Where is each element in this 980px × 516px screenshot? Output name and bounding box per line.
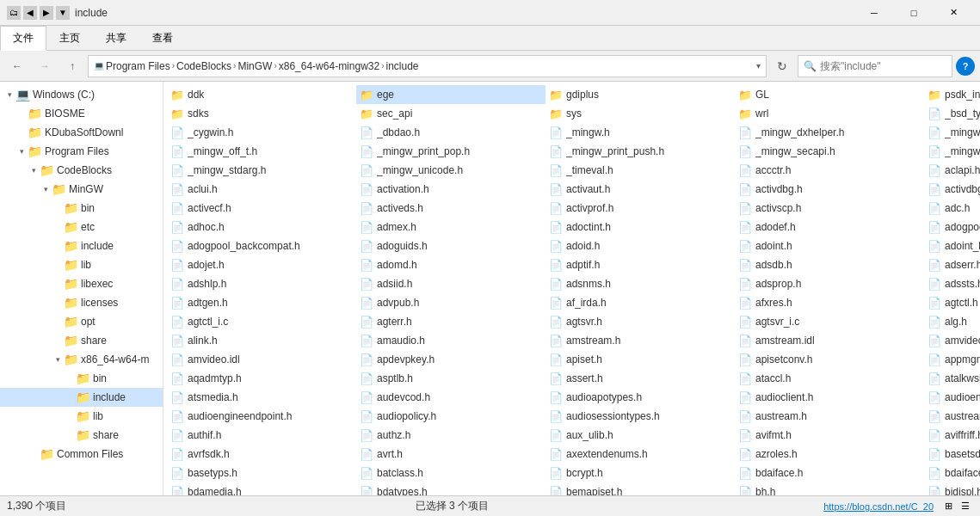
file-item-60[interactable]: 📄agtctl_i.c [167,312,356,331]
file-item-9[interactable]: 📄_bsd_types.h [924,104,980,123]
file-item-51[interactable]: 📄adsiid.h [356,274,545,293]
file-item-37[interactable]: 📄adoctint.h [545,218,735,236]
file-item-41[interactable]: 📄adoguids.h [356,236,545,255]
sidebar-item-15[interactable]: 📁bin [0,369,163,388]
close-button[interactable]: ✕ [934,0,973,26]
file-item-107[interactable]: 📄bemapiset.h [545,482,735,495]
file-item-3[interactable]: 📁GL [735,85,924,104]
file-item-58[interactable]: 📄afxres.h [735,293,924,312]
file-item-13[interactable]: 📄_mingw_dxhelper.h [735,123,924,142]
file-item-68[interactable]: 📄amstream.idl [735,331,924,350]
file-item-94[interactable]: 📄aviffriff.h [924,426,980,445]
file-item-22[interactable]: 📄_timeval.h [545,161,735,180]
file-item-106[interactable]: 📄bdatypes.h [356,482,545,495]
sidebar-item-1[interactable]: 📁BIOSME [0,104,163,123]
minimize-button[interactable]: ─ [854,0,894,26]
file-item-11[interactable]: 📄_dbdao.h [356,123,545,142]
file-item-12[interactable]: 📄_mingw.h [545,123,735,142]
sidebar-item-2[interactable]: 📁KDubaSoftDownl [0,123,163,142]
file-item-66[interactable]: 📄amaudio.h [356,331,545,350]
file-item-108[interactable]: 📄bh.h [735,482,924,495]
quick-access-forward[interactable]: ▶ [40,6,53,20]
sidebar-item-17[interactable]: 📁lib [0,407,163,426]
file-item-62[interactable]: 📄agtsvr.h [545,312,735,331]
file-item-52[interactable]: 📄adsnms.h [545,274,735,293]
file-item-18[interactable]: 📄_mingw_secapi.h [735,142,924,161]
file-item-42[interactable]: 📄adoid.h [545,236,735,255]
file-item-32[interactable]: 📄activprof.h [545,199,735,218]
sidebar-item-5[interactable]: ▾📁MinGW [0,180,163,199]
file-item-82[interactable]: 📄audioapotypes.h [545,388,735,407]
file-item-45[interactable]: 📄adojet.h [167,255,356,274]
file-item-69[interactable]: 📄amvideo.h [924,331,980,350]
help-button[interactable]: ? [956,57,975,76]
file-item-8[interactable]: 📁wrl [735,104,924,123]
file-item-74[interactable]: 📄appmgmt.h [924,350,980,369]
file-item-6[interactable]: 📁sec_api [356,104,545,123]
file-item-1[interactable]: 📁ege [356,85,545,104]
file-item-49[interactable]: 📄adserr.h [924,255,980,274]
status-link[interactable]: https://blog.csdn.net/C_20 [823,501,934,512]
file-item-46[interactable]: 📄adomd.h [356,255,545,274]
path-dropdown-arrow[interactable]: ▾ [756,61,761,71]
view-grid-icon[interactable]: ⊞ [940,499,956,514]
file-item-20[interactable]: 📄_mingw_stdarg.h [167,161,356,180]
file-item-105[interactable]: 📄bdamedia.h [167,482,356,495]
file-item-78[interactable]: 📄ataccl.h [735,369,924,388]
file-item-25[interactable]: 📄aclui.h [167,180,356,199]
file-item-14[interactable]: 📄_mingw_mac.h [924,123,980,142]
back-button[interactable]: ← [5,54,29,78]
file-item-15[interactable]: 📄_mingw_off_t.h [167,142,356,161]
file-item-0[interactable]: 📁ddk [167,85,356,104]
file-item-92[interactable]: 📄aux_ulib.h [545,426,735,445]
path-segment-codeblocks[interactable]: CodeBlocks [176,60,231,72]
file-item-87[interactable]: 📄audiosessiontypes.h [545,407,735,426]
file-item-104[interactable]: 📄bdaiface_enums.h [924,464,980,482]
file-item-88[interactable]: 📄austream.h [735,407,924,426]
up-button[interactable]: ↑ [60,54,84,78]
file-item-89[interactable]: 📄austream.idl [924,407,980,426]
sidebar-item-7[interactable]: 📁etc [0,218,163,236]
file-item-101[interactable]: 📄batclass.h [356,464,545,482]
file-item-24[interactable]: 📄aclapi.h [924,161,980,180]
file-item-29[interactable]: 📄activdbg100.h [924,180,980,199]
file-item-90[interactable]: 📄authif.h [167,426,356,445]
sidebar-item-12[interactable]: 📁opt [0,312,163,331]
file-item-7[interactable]: 📁sys [545,104,735,123]
file-item-71[interactable]: 📄apdevpkey.h [356,350,545,369]
file-item-76[interactable]: 📄asptlb.h [356,369,545,388]
file-item-30[interactable]: 📄activecf.h [167,199,356,218]
address-path[interactable]: 💻 Program Files › CodeBlocks › MinGW › x… [88,55,767,77]
file-item-57[interactable]: 📄af_irda.h [545,293,735,312]
file-item-23[interactable]: 📄accctr.h [735,161,924,180]
file-item-65[interactable]: 📄alink.h [167,331,356,350]
file-item-31[interactable]: 📄activeds.h [356,199,545,218]
file-item-43[interactable]: 📄adoint.h [735,236,924,255]
path-segment-x86[interactable]: x86_64-w64-mingw32 [279,60,379,72]
file-item-95[interactable]: 📄avrfsdk.h [167,445,356,464]
file-item-47[interactable]: 📄adptif.h [545,255,735,274]
file-item-38[interactable]: 📄adodef.h [735,218,924,236]
file-item-86[interactable]: 📄audiopolicy.h [356,407,545,426]
file-item-64[interactable]: 📄alg.h [924,312,980,331]
tab-share[interactable]: 共享 [93,26,139,50]
file-item-44[interactable]: 📄adoint_backcompat.h [924,236,980,255]
file-item-27[interactable]: 📄activaut.h [545,180,735,199]
file-item-21[interactable]: 📄_mingw_unicode.h [356,161,545,180]
file-item-83[interactable]: 📄audioclient.h [735,388,924,407]
file-item-36[interactable]: 📄admex.h [356,218,545,236]
sidebar-item-10[interactable]: 📁libexec [0,274,163,293]
tab-file[interactable]: 文件 [0,26,46,51]
file-item-26[interactable]: 📄activation.h [356,180,545,199]
file-item-53[interactable]: 📄adsprop.h [735,274,924,293]
file-item-4[interactable]: 📁psdk_inc [924,85,980,104]
tab-view[interactable]: 查看 [139,26,186,50]
file-item-28[interactable]: 📄activdbg.h [735,180,924,199]
file-item-103[interactable]: 📄bdaiface.h [735,464,924,482]
sidebar-item-3[interactable]: ▾📁Program Files [0,142,163,161]
file-item-61[interactable]: 📄agterr.h [356,312,545,331]
file-item-67[interactable]: 📄amstream.h [545,331,735,350]
file-item-10[interactable]: 📄_cygwin.h [167,123,356,142]
file-item-2[interactable]: 📁gdiplus [545,85,735,104]
file-item-63[interactable]: 📄agtsvr_i.c [735,312,924,331]
